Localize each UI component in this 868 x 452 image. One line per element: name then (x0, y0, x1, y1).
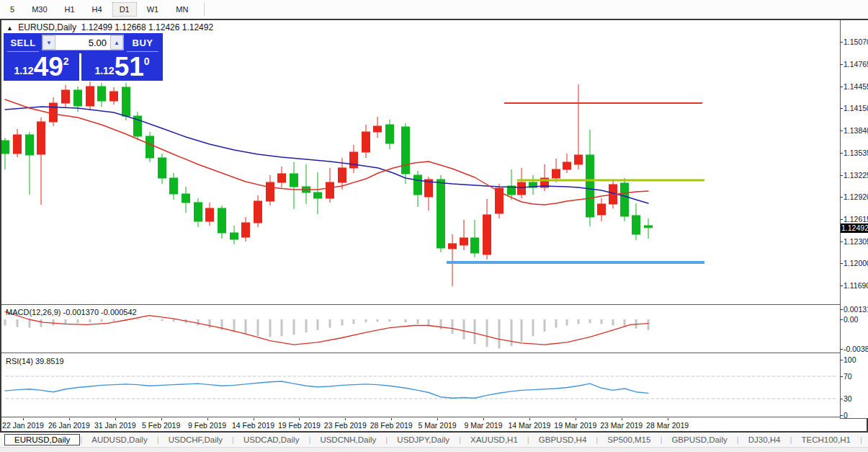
date-tick (69, 418, 70, 420)
date-axis-label: 22 Jan 2019 (2, 421, 44, 430)
tab-ul[interactable]: Ul (862, 434, 868, 446)
macd-histogram-bar (589, 319, 591, 323)
price-axis[interactable]: 1.150701.147651.144551.141501.138401.135… (841, 20, 868, 418)
date-axis-label: 19 Feb 2019 (278, 421, 321, 430)
candle (563, 154, 571, 173)
candle (37, 118, 45, 205)
macd-histogram-bar (65, 319, 67, 324)
date-tick (622, 418, 622, 420)
tab-gbpusd-daily[interactable]: GBPUSD,Daily (662, 434, 736, 446)
tab-gbpusd-h4[interactable]: GBPUSD,H4 (529, 434, 596, 446)
date-tick (23, 418, 24, 420)
candle (471, 220, 479, 257)
candle (122, 83, 130, 120)
sell-price-panel[interactable]: 1.12 49 2 (4, 53, 79, 81)
candle (303, 164, 310, 204)
candle (182, 187, 190, 213)
candle (402, 123, 410, 184)
timeframe-button-mn[interactable]: MN (169, 2, 195, 17)
collapse-icon[interactable]: ▲ (6, 25, 13, 32)
volume-spinner: ▼ 5.00 ▲ (42, 35, 124, 50)
buy-price-panel[interactable]: 1.12 51 0 (81, 53, 163, 81)
macd-histogram-bar (612, 319, 614, 325)
sell-price-sup: 2 (63, 56, 69, 67)
tab-sp500-m15[interactable]: SP500,M15 (598, 434, 660, 446)
candle (134, 112, 142, 141)
tab-audusd-daily[interactable]: AUDUSD,Daily (82, 434, 156, 446)
macd-histogram-bar (389, 319, 391, 322)
candle (242, 217, 250, 241)
candle (598, 198, 606, 221)
tab-eurusd-daily[interactable]: EURUSD,Daily (4, 434, 80, 446)
timeframe-button-h4[interactable]: H4 (85, 2, 109, 17)
candle (621, 178, 629, 221)
tab-tech100-h1[interactable]: TECH100,H1 (792, 434, 859, 446)
tab-xauusd-h1[interactable]: XAUUSD,H1 (461, 434, 527, 446)
tab-usdcnh-daily[interactable]: USDCNH,Daily (310, 434, 385, 446)
tab-usdcad-daily[interactable]: USDCAD,Daily (234, 434, 308, 446)
macd-histogram-bar (440, 319, 442, 329)
chart-header: ▲ EURUSD,Daily 1.12499 1.12668 1.12426 1… (6, 22, 213, 32)
sell-button[interactable]: SELL (6, 35, 40, 50)
timeframe-button-d1[interactable]: D1 (112, 2, 137, 17)
date-axis-label: 9 Mar 2019 (464, 421, 502, 430)
macd-histogram-bar (113, 319, 115, 321)
axis-tick (841, 42, 843, 43)
axis-tick (841, 309, 843, 310)
macd-histogram-bar (137, 319, 139, 320)
candle (1, 138, 9, 169)
macd-histogram-bar (486, 319, 488, 347)
tab-usdchf-daily[interactable]: USDCHF,Daily (159, 434, 232, 446)
chevron-up-icon: ▲ (114, 40, 120, 46)
price-axis-label: 1.12920 (844, 192, 868, 201)
timeframe-button-m30[interactable]: M30 (24, 2, 54, 17)
price-axis-label: 1.12000 (844, 259, 868, 267)
date-axis-label: 9 Feb 2019 (188, 421, 226, 430)
timeframe-button-h1[interactable]: H1 (58, 2, 82, 17)
price-axis-label: 1.14765 (844, 60, 868, 68)
candle (460, 220, 468, 250)
macd-histogram-bar (4, 319, 6, 325)
date-axis-label: 14 Mar 2019 (508, 421, 550, 430)
rsi-pane[interactable] (1, 354, 840, 417)
current-price-tag: 1.12492 (841, 223, 868, 233)
axis-tick (841, 64, 843, 65)
candle (314, 172, 322, 214)
candle (575, 84, 583, 169)
timeframe-button-w1[interactable]: W1 (140, 2, 166, 17)
volume-increase-button[interactable]: ▲ (110, 35, 123, 50)
candle (632, 203, 640, 240)
date-axis-label: 14 Feb 2019 (232, 421, 274, 430)
rsi-axis-label: 70 (844, 372, 852, 381)
buy-button[interactable]: BUY (125, 35, 160, 50)
date-axis[interactable]: 22 Jan 201926 Jan 201931 Jan 20195 Feb 2… (1, 418, 840, 431)
date-axis-label: 28 Feb 2019 (370, 421, 413, 430)
price-axis-label: 1.14150 (844, 104, 868, 112)
candle (414, 171, 422, 207)
candle (518, 168, 526, 198)
axis-tick (841, 219, 843, 220)
macd-histogram-bar (463, 319, 465, 340)
axis-tick (841, 319, 843, 320)
volume-decrease-button[interactable]: ▼ (42, 35, 55, 50)
toolbar-separator (204, 3, 205, 16)
macd-histogram-bar (329, 319, 331, 328)
axis-tick (841, 153, 843, 154)
macd-histogram-bar (452, 319, 454, 334)
tab-usdjpy-daily[interactable]: USDJPY,Daily (388, 434, 459, 446)
price-axis-label: 1.13535 (844, 149, 868, 157)
axis-tick (841, 360, 843, 360)
macd-histogram-bar (544, 319, 546, 332)
candle (362, 125, 370, 158)
timeframe-button-5[interactable]: 5 (3, 2, 22, 17)
macd-histogram-bar (209, 319, 211, 328)
rsi-axis-label: 30 (844, 394, 852, 403)
volume-input[interactable]: 5.00 (55, 35, 110, 50)
axis-tick (841, 108, 843, 109)
rsi-axis-label: 100 (844, 355, 856, 364)
date-tick (115, 418, 116, 420)
trading-platform-screen: 5M30H1H4D1W1MN ▲ EURUSD,Daily 1.12499 1.… (0, 0, 868, 452)
date-tick (161, 418, 162, 420)
date-tick (391, 418, 392, 420)
tab-dj30-h4[interactable]: DJ30,H4 (739, 434, 790, 446)
